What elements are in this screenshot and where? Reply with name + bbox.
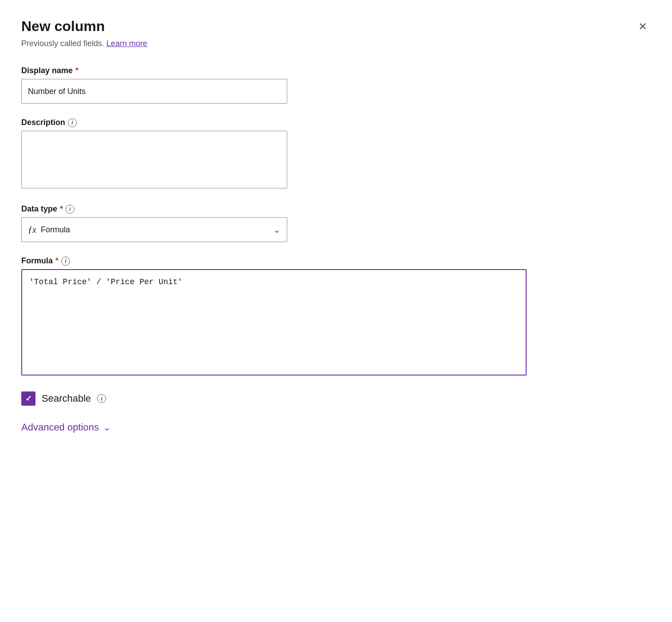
formula-info-icon: i	[61, 257, 70, 266]
advanced-options-row[interactable]: Advanced options ⌄	[21, 422, 651, 433]
description-field-group: Description i	[21, 118, 651, 190]
searchable-info-icon: i	[97, 394, 106, 403]
formula-label: Formula * i	[21, 256, 651, 266]
advanced-options-chevron-icon: ⌄	[103, 422, 111, 433]
description-info-icon: i	[68, 118, 77, 127]
searchable-label: Searchable	[42, 393, 91, 404]
searchable-checkbox[interactable]: ✓	[21, 391, 35, 406]
display-name-field-group: Display name *	[21, 66, 651, 104]
data-type-label: Data type * i	[21, 204, 651, 214]
data-type-selected-value: Formula	[41, 225, 273, 235]
data-type-chevron-icon: ⌄	[273, 224, 281, 235]
searchable-row: ✓ Searchable i	[21, 391, 651, 406]
checkmark-icon: ✓	[25, 394, 32, 403]
display-name-input[interactable]	[21, 79, 287, 104]
close-icon: ✕	[638, 21, 647, 32]
description-label: Description i	[21, 118, 651, 127]
display-name-label: Display name *	[21, 66, 651, 75]
panel-title: New column	[21, 18, 105, 35]
data-type-info-icon: i	[66, 205, 74, 214]
display-name-required: *	[75, 66, 78, 75]
data-type-required: *	[60, 204, 63, 214]
advanced-options-label: Advanced options	[21, 422, 99, 433]
new-column-panel: New column ✕ Previously called fields. L…	[0, 0, 672, 622]
panel-subtitle: Previously called fields. Learn more	[21, 39, 651, 48]
formula-input[interactable]: 'Total Price' / 'Price Per Unit'	[21, 269, 527, 376]
data-type-field-group: Data type * i ƒx Formula ⌄	[21, 204, 651, 242]
close-button[interactable]: ✕	[635, 18, 651, 35]
description-input[interactable]	[21, 131, 287, 188]
formula-fx-icon: ƒx	[28, 225, 36, 235]
learn-more-link[interactable]: Learn more	[106, 39, 147, 48]
formula-required: *	[55, 256, 59, 266]
data-type-select[interactable]: ƒx Formula ⌄	[21, 217, 287, 242]
panel-header: New column ✕	[21, 18, 651, 35]
formula-field-group: Formula * i 'Total Price' / 'Price Per U…	[21, 256, 651, 377]
